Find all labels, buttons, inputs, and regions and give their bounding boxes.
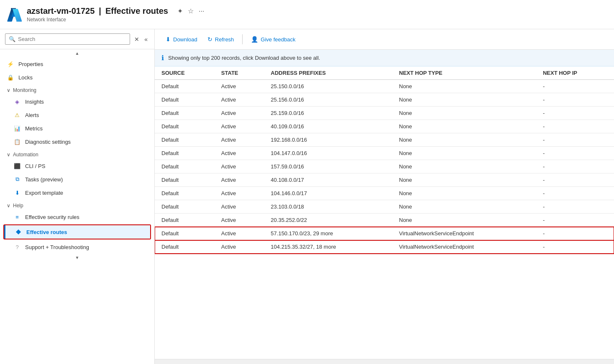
cell-next-hop-ip: - [536, 200, 614, 214]
download-button[interactable]: ⬇ Download [161, 33, 202, 45]
table-row[interactable]: Default Active 104.146.0.0/17 None - [155, 187, 614, 200]
cell-source: Default [155, 240, 215, 254]
cell-state: Active [215, 240, 264, 254]
table-row[interactable]: Default Active 40.108.0.0/17 None - [155, 173, 614, 187]
table-row[interactable]: Default Active 25.150.0.0/16 None - [155, 80, 614, 93]
search-input-wrapper[interactable]: 🔍 [5, 33, 130, 45]
cell-next-hop-ip: - [536, 187, 614, 200]
export-icon: ⬇ [13, 189, 21, 196]
metrics-icon: 📊 [13, 125, 21, 132]
svg-marker-0 [16, 229, 21, 234]
cell-prefix: 25.150.0.0/16 [264, 80, 392, 93]
sidebar-item-security[interactable]: ≡ Effective security rules [0, 210, 154, 224]
feedback-label: Give feedback [261, 36, 295, 43]
table-row[interactable]: Default Active 157.59.0.0/16 None - [155, 160, 614, 173]
properties-icon: ⚡ [7, 60, 14, 68]
sidebar-item-locks[interactable]: 🔒 Locks [0, 71, 154, 84]
table-row[interactable]: Default Active 25.159.0.0/16 None - [155, 107, 614, 120]
collapse-sidebar-button[interactable]: « [143, 34, 149, 44]
support-label: Support + Troubleshooting [25, 244, 89, 250]
cell-next-hop-type: None [392, 173, 536, 187]
sidebar-item-metrics[interactable]: 📊 Metrics [0, 122, 154, 135]
cell-next-hop-type: None [392, 120, 536, 133]
content-area: ⬇ Download ↻ Refresh 👤 Give feedback ℹ S… [155, 29, 614, 364]
help-section-label: Help [13, 203, 23, 209]
scroll-down-indicator: ▼ [0, 254, 154, 262]
sidebar-item-cli[interactable]: ⬛ CLI / PS [0, 159, 154, 173]
sidebar-section-automation[interactable]: ∨ Automation [0, 148, 154, 159]
sidebar-item-alerts[interactable]: ⚠ Alerts [0, 108, 154, 122]
table-row[interactable]: Default Active 20.35.252.0/22 None - [155, 214, 614, 227]
cell-source: Default [155, 214, 215, 227]
cell-next-hop-type: None [392, 214, 536, 227]
cell-prefix: 23.103.0.0/18 [264, 200, 392, 214]
table-row[interactable]: Default Active 40.109.0.0/16 None - [155, 120, 614, 133]
cell-prefix: 157.59.0.0/16 [264, 160, 392, 173]
cell-source: Default [155, 120, 215, 133]
cell-next-hop-type: None [392, 107, 536, 120]
diagnostic-icon: 📋 [13, 138, 21, 145]
sidebar-section-monitoring[interactable]: ∨ Monitoring [0, 84, 154, 95]
cell-next-hop-type: None [392, 93, 536, 107]
table-row[interactable]: Default Active 104.147.0.0/16 None - [155, 147, 614, 160]
cell-next-hop-ip: - [536, 214, 614, 227]
cell-state: Active [215, 173, 264, 187]
cell-source: Default [155, 147, 215, 160]
routes-icon [15, 228, 22, 236]
refresh-label: Refresh [215, 36, 234, 43]
table-row[interactable]: Default Active 104.215.35.32/27, 18 more… [155, 240, 614, 254]
info-banner: ℹ Showing only top 200 records, click Do… [155, 50, 614, 66]
refresh-icon: ↻ [207, 36, 212, 43]
effective-routes-label: Effective routes [26, 229, 67, 235]
page-title: Effective routes [105, 6, 168, 16]
routes-table: SOURCE STATE ADDRESS PREFIXES NEXT HOP T… [155, 66, 614, 254]
cell-next-hop-ip: - [536, 160, 614, 173]
cell-prefix: 192.168.0.0/16 [264, 133, 392, 147]
cell-source: Default [155, 200, 215, 214]
download-icon: ⬇ [166, 36, 171, 43]
cell-next-hop-type: VirtualNetworkServiceEndpoint [392, 240, 536, 254]
cell-source: Default [155, 80, 215, 93]
security-rules-label: Effective security rules [25, 214, 79, 220]
tasks-icon: ⧉ [13, 176, 21, 183]
sidebar-item-tasks[interactable]: ⧉ Tasks (preview) [0, 173, 154, 186]
locks-icon: 🔒 [7, 74, 14, 81]
table-header-row: SOURCE STATE ADDRESS PREFIXES NEXT HOP T… [155, 66, 614, 80]
alerts-label: Alerts [25, 112, 39, 118]
cell-source: Default [155, 160, 215, 173]
alerts-icon: ⚠ [13, 111, 21, 119]
table-row[interactable]: Default Active 23.103.0.0/18 None - [155, 200, 614, 214]
cli-icon: ⬛ [13, 162, 21, 170]
cell-state: Active [215, 227, 264, 240]
cell-next-hop-ip: - [536, 173, 614, 187]
cell-next-hop-type: None [392, 133, 536, 147]
sidebar-item-properties[interactable]: ⚡ Properties [0, 57, 154, 71]
toolbar: ⬇ Download ↻ Refresh 👤 Give feedback [155, 29, 614, 50]
cell-prefix: 104.147.0.0/16 [264, 147, 392, 160]
more-icon[interactable]: ··· [198, 6, 205, 16]
sidebar-item-insights[interactable]: ◈ Insights [0, 95, 154, 108]
pin-icon[interactable]: ✦ [177, 6, 184, 16]
cell-state: Active [215, 133, 264, 147]
table-row[interactable]: Default Active 57.150.170.0/23, 29 more … [155, 227, 614, 240]
chevron-automation-icon: ∨ [7, 152, 10, 158]
cell-next-hop-ip: - [536, 227, 614, 240]
cell-prefix: 104.215.35.32/27, 18 more [264, 240, 392, 254]
sidebar-item-support[interactable]: ? Support + Troubleshooting [0, 240, 154, 254]
star-icon[interactable]: ☆ [187, 6, 194, 16]
sidebar-item-diagnostic[interactable]: 📋 Diagnostic settings [0, 135, 154, 148]
feedback-button[interactable]: 👤 Give feedback [247, 33, 299, 45]
sidebar-scroll: ▲ ⚡ Properties 🔒 Locks ∨ Monitoring ◈ In… [0, 49, 154, 364]
sidebar-section-help[interactable]: ∨ Help [0, 199, 154, 210]
search-input[interactable] [18, 36, 126, 42]
col-prefix: ADDRESS PREFIXES [264, 66, 392, 80]
cli-label: CLI / PS [25, 163, 45, 169]
refresh-button[interactable]: ↻ Refresh [203, 33, 238, 45]
sidebar-item-routes[interactable]: Effective routes [4, 225, 150, 239]
cell-prefix: 40.109.0.0/16 [264, 120, 392, 133]
table-row[interactable]: Default Active 25.156.0.0/16 None - [155, 93, 614, 107]
clear-search-button[interactable]: ✕ [133, 34, 141, 44]
table-row[interactable]: Default Active 192.168.0.0/16 None - [155, 133, 614, 147]
sidebar-item-export[interactable]: ⬇ Export template [0, 186, 154, 199]
horizontal-scrollbar[interactable] [155, 359, 614, 364]
